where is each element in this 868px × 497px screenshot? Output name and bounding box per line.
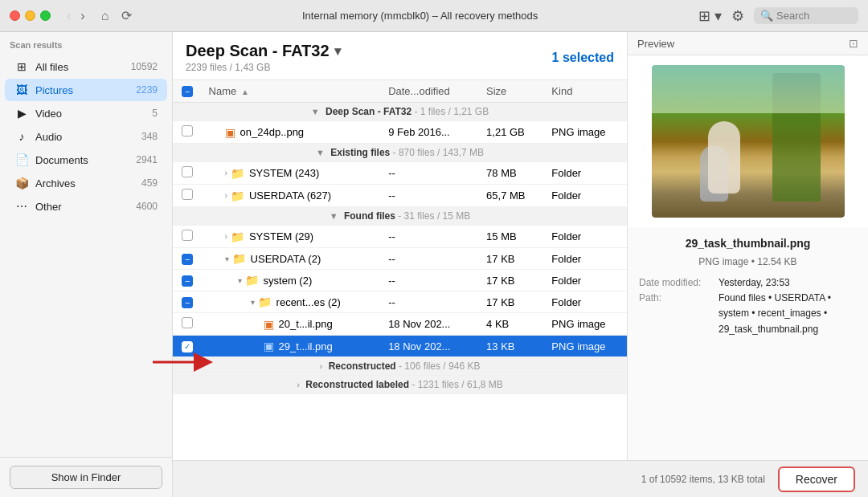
table-row[interactable]: › 📁 USERDATA (627) -- 65,7 MB Folder [173,185,627,207]
row-checkbox[interactable] [182,125,193,136]
back-button[interactable]: ‹ [63,7,74,25]
table-row[interactable]: − ▾ 📁 recent...es (2) -- 17 KB [173,291,627,313]
search-icon: 🔍 [760,10,773,22]
preview-header: Preview ⊡ [628,32,868,55]
group-row-reconstructed-labeled: › Reconstructed labeled - 1231 files / 6… [173,376,627,394]
png-icon: ▣ [225,126,235,139]
close-button[interactable] [10,10,20,21]
folder-icon: 📁 [232,252,246,265]
titlebar-controls: ⊞ ▾ ⚙ 🔍 [698,7,858,25]
expand-arrow-icon[interactable]: › [225,169,227,177]
content-area: Deep Scan - FAT32 ▾ 2239 files / 1,43 GB… [173,32,868,497]
preview-filename: 29_task_thumbnail.png [639,237,857,250]
row-checkbox[interactable]: − [182,275,193,287]
sidebar-item-pictures[interactable]: 🖼 Pictures 2239 [5,79,167,101]
select-all-checkbox[interactable]: − [182,86,193,97]
folder-icon: 📁 [245,274,259,287]
file-name-cell: ▣ on_24dp..png [209,126,376,139]
maximize-button[interactable] [40,10,51,21]
video-icon: ▶ [14,106,29,120]
expand-arrow-icon[interactable]: ▾ [251,298,255,307]
sidebar-item-archives[interactable]: 📦 Archives 459 [5,172,167,194]
col-checkbox[interactable]: − [173,80,203,103]
table-row[interactable]: ▣ 20_t...il.png 18 Nov 202... 4 KB PNG i… [173,313,627,336]
row-checkbox[interactable] [182,189,193,200]
figure-1 [708,121,740,194]
table-row[interactable]: − ▾ 📁 system (2) -- 17 KB [173,270,627,291]
expand-arrow-icon[interactable]: › [225,232,227,241]
group-row-reconstructed: › Reconstructed - 106 files / 946 KB [173,357,627,376]
traffic-lights [10,10,51,21]
filter-button[interactable]: ⚙ [731,7,744,25]
table-row-selected[interactable]: ✓ ▣ 29_t...il.png 18 Nov 202... 13 KB PN [173,336,627,357]
file-name-cell: › 📁 USERDATA (627) [209,189,376,202]
png-icon: ▣ [264,340,274,352]
expand-arrow-icon[interactable]: › [225,191,227,200]
file-name-cell: ▾ 📁 recent...es (2) [209,295,376,308]
preview-expand-button[interactable]: ⊡ [849,37,858,50]
file-name-cell: › 📁 SYSTEM (29) [209,230,376,243]
sidebar: Scan results ⊞ All files 10592 🖼 Picture… [0,32,173,497]
file-name-cell: ▾ 📁 USERDATA (2) [209,252,376,265]
selected-count-label: 1 selected [552,51,614,65]
folder-icon: 📁 [258,295,272,308]
table-row[interactable]: − ▾ 📁 USERDATA (2) -- 17 KB [173,248,627,270]
preview-panel: Preview ⊡ 29_task_thumbnail.png PNG imag… [627,32,868,460]
view-toggle-button[interactable]: ⊞ ▾ [698,7,722,25]
sidebar-footer: Show in Finder [0,457,172,497]
audio-icon: ♪ [14,129,29,144]
col-name[interactable]: Name ▲ [203,80,383,103]
group-row-existing: ▼ Existing files - 870 files / 143,7 MB [173,144,627,162]
col-size[interactable]: Size [480,80,545,103]
sidebar-items: ⊞ All files 10592 🖼 Pictures 2239 ▶ Vide… [0,55,172,457]
grid-icon: ⊞ [14,59,29,74]
sidebar-item-other[interactable]: ⋯ Other 4600 [5,195,167,218]
file-table-wrap[interactable]: − Name ▲ Date...odified Size Kind [173,80,627,460]
home-button[interactable]: ⌂ [98,7,113,25]
preview-photo [652,65,845,218]
scan-title: Deep Scan - FAT32 ▾ [186,42,341,60]
row-checkbox[interactable]: − [182,254,193,265]
sidebar-item-all-files[interactable]: ⊞ All files 10592 [5,55,167,78]
preview-details: Date modified: Yesterday, 23:53 Path: Fo… [639,275,857,337]
row-checkbox[interactable] [182,317,193,328]
sky-bg [652,65,845,113]
file-name-cell: ▾ 📁 system (2) [209,274,376,287]
preview-label: Preview [637,38,674,50]
search-bar[interactable]: 🔍 [754,7,858,24]
sidebar-item-video[interactable]: ▶ Video 5 [5,102,167,124]
scan-subtitle: 2239 files / 1,43 GB [186,62,341,73]
table-row[interactable]: › 📁 SYSTEM (243) -- 78 MB Folder [173,162,627,185]
sidebar-item-audio[interactable]: ♪ Audio 348 [5,125,167,148]
history-button[interactable]: ⟳ [118,6,135,25]
nav-buttons: ‹ › [63,7,88,25]
archive-icon: 📦 [14,176,29,190]
table-row[interactable]: ▣ on_24dp..png 9 Feb 2016... 1,21 GB PNG… [173,121,627,144]
file-name-cell: ▣ 20_t...il.png [209,318,376,331]
sidebar-item-documents[interactable]: 📄 Documents 2941 [5,149,167,171]
folder-icon: 📁 [231,167,244,180]
forward-button[interactable]: › [77,7,88,25]
row-checkbox[interactable] [182,166,193,177]
titlebar: ‹ › ⌂ ⟳ Internal memory (mmcblk0) – All … [0,0,868,32]
scan-title-chevron-icon[interactable]: ▾ [334,43,341,59]
file-name-cell: › 📁 SYSTEM (243) [209,167,376,180]
expand-arrow-icon[interactable]: ▾ [225,255,229,263]
search-input[interactable] [776,10,857,22]
preview-info: 29_task_thumbnail.png PNG image • 12.54 … [628,227,868,347]
detail-row-path: Path: Found files • USERDATA • system • … [639,291,857,337]
table-row[interactable]: › 📁 SYSTEM (29) -- 15 MB Folder [173,226,627,248]
show-in-finder-button[interactable]: Show in Finder [10,466,162,489]
expand-arrow-icon[interactable]: ▾ [238,276,242,285]
row-checkbox[interactable] [182,230,193,241]
picture-icon: 🖼 [14,83,29,97]
row-checkbox-checked[interactable]: ✓ [182,341,193,352]
recover-button[interactable]: Recover [778,466,855,492]
minimize-button[interactable] [25,10,35,21]
file-content: Deep Scan - FAT32 ▾ 2239 files / 1,43 GB… [173,32,627,460]
col-kind[interactable]: Kind [545,80,627,103]
document-icon: 📄 [14,153,29,167]
content-header: Deep Scan - FAT32 ▾ 2239 files / 1,43 GB… [173,32,627,80]
row-checkbox[interactable]: − [182,297,193,308]
col-date[interactable]: Date...odified [382,80,480,103]
